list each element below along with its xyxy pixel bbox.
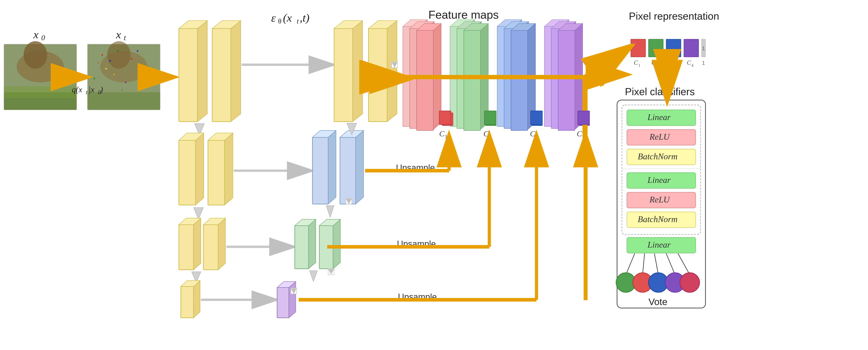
svg-rect-68 [334, 29, 353, 121]
svg-text:1: 1 [488, 113, 492, 119]
svg-text:C: C [651, 59, 656, 66]
svg-text:C: C [484, 129, 489, 138]
svg-point-19 [94, 78, 95, 79]
svg-rect-243 [346, 198, 352, 204]
svg-rect-173 [627, 149, 696, 165]
svg-text:3: 3 [535, 133, 538, 139]
svg-text:Vote: Vote [649, 296, 668, 307]
svg-marker-78 [356, 131, 364, 204]
svg-rect-171 [627, 130, 696, 145]
svg-text:Upsample: Upsample [396, 163, 435, 172]
svg-marker-125 [558, 24, 583, 30]
svg-rect-12 [88, 44, 160, 110]
svg-marker-248 [291, 288, 297, 294]
svg-point-15 [117, 50, 119, 52]
svg-rect-235 [485, 111, 496, 125]
svg-text:BatchNorm: BatchNorm [638, 214, 678, 224]
svg-text:1: 1 [582, 118, 585, 125]
svg-marker-107 [464, 24, 488, 30]
xt-label: x [116, 28, 121, 41]
svg-text:Feature maps: Feature maps [428, 8, 499, 21]
svg-marker-118 [561, 20, 569, 126]
svg-rect-120 [551, 29, 568, 129]
svg-line-224 [586, 48, 629, 77]
svg-text:Pixel representation: Pixel representation [629, 10, 719, 22]
svg-marker-41 [197, 21, 207, 121]
svg-rect-153 [684, 39, 699, 57]
svg-text:1: 1 [581, 112, 585, 119]
svg-rect-114 [511, 30, 528, 131]
svg-text:1: 1 [702, 60, 705, 66]
svg-marker-69 [353, 21, 363, 121]
svg-rect-71 [369, 29, 387, 121]
svg-marker-72 [387, 21, 397, 121]
svg-rect-59 [204, 224, 218, 270]
svg-rect-102 [457, 29, 474, 129]
svg-marker-63 [192, 272, 201, 282]
svg-rect-168 [622, 105, 701, 235]
svg-marker-109 [514, 20, 522, 126]
svg-marker-58 [179, 218, 201, 224]
svg-marker-85 [319, 219, 340, 225]
svg-rect-3 [4, 44, 76, 110]
svg-rect-123 [558, 30, 575, 131]
svg-text:C: C [439, 129, 445, 138]
svg-marker-81 [309, 219, 316, 269]
svg-text:1: 1 [534, 112, 537, 119]
svg-rect-11 [88, 92, 160, 110]
svg-marker-104 [457, 22, 482, 29]
svg-marker-60 [218, 218, 225, 270]
svg-marker-47 [194, 124, 205, 135]
svg-rect-117 [544, 27, 561, 127]
svg-point-17 [131, 58, 132, 60]
svg-rect-176 [627, 173, 696, 188]
svg-rect-48 [179, 140, 195, 205]
svg-point-189 [616, 273, 636, 292]
svg-line-185 [643, 253, 645, 275]
svg-rect-86 [277, 287, 289, 318]
svg-text:t: t [124, 34, 126, 42]
svg-line-188 [678, 253, 690, 275]
svg-marker-52 [225, 133, 233, 205]
svg-rect-238 [392, 62, 398, 68]
svg-rect-90 [403, 27, 420, 127]
svg-text:1: 1 [582, 113, 585, 119]
svg-marker-95 [410, 22, 434, 29]
svg-text:θ: θ [278, 17, 281, 25]
svg-text:): ) [100, 85, 103, 94]
svg-rect-151 [649, 39, 663, 57]
svg-rect-182 [627, 237, 696, 253]
svg-marker-115 [528, 24, 535, 130]
svg-marker-53 [208, 133, 233, 140]
svg-line-186 [654, 253, 658, 275]
svg-point-14 [109, 60, 111, 62]
svg-text:2: 2 [656, 63, 658, 68]
svg-rect-108 [497, 27, 514, 127]
svg-text:Linear: Linear [647, 175, 671, 185]
svg-text:t: t [86, 89, 88, 95]
svg-text:Linear: Linear [647, 112, 671, 122]
svg-rect-134 [532, 113, 542, 126]
svg-text:q(x: q(x [72, 85, 82, 94]
svg-marker-91 [420, 20, 427, 126]
svg-marker-244 [346, 199, 352, 204]
svg-marker-100 [467, 20, 474, 126]
svg-rect-169 [627, 110, 696, 126]
svg-rect-51 [208, 140, 225, 205]
svg-point-21 [113, 74, 115, 75]
svg-marker-112 [521, 22, 529, 128]
svg-marker-49 [195, 133, 204, 205]
svg-point-9 [100, 51, 147, 82]
svg-rect-80 [295, 225, 309, 269]
svg-point-23 [98, 62, 99, 63]
svg-marker-103 [474, 22, 482, 128]
svg-point-13 [101, 54, 103, 56]
svg-line-187 [666, 253, 675, 275]
svg-marker-101 [450, 20, 474, 27]
svg-rect-56 [179, 224, 193, 270]
svg-rect-99 [450, 27, 467, 127]
diagram-canvas: x 0 x t q(x t |x 0 ) ε θ (x t ,t) [0, 0, 868, 350]
svg-marker-75 [328, 131, 336, 204]
svg-rect-111 [504, 29, 521, 129]
svg-text:0: 0 [41, 34, 45, 42]
